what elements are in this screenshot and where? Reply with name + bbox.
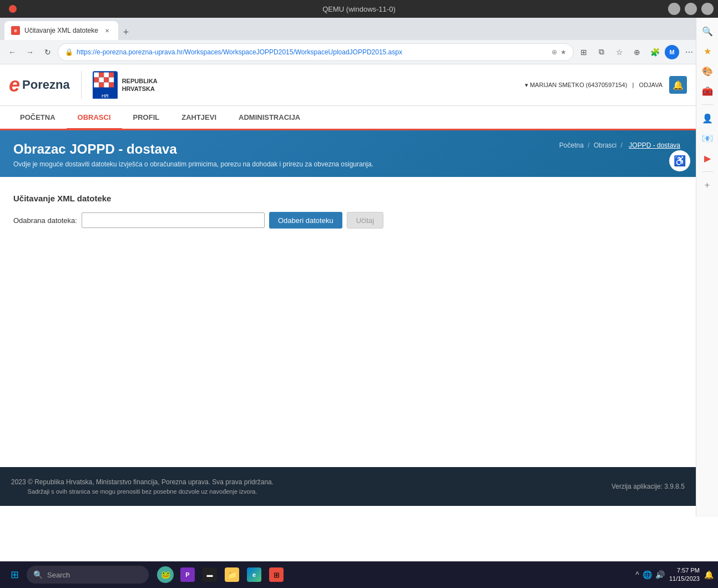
outlook-sidebar-icon[interactable]: 📧: [699, 129, 716, 147]
add-sidebar-icon[interactable]: +: [699, 176, 716, 194]
reader-icon[interactable]: ⊞: [576, 44, 591, 60]
taskbar-app-folder[interactable]: 📁: [222, 565, 242, 585]
taskbar-app-edge[interactable]: e: [244, 565, 264, 585]
new-tab-button[interactable]: +: [118, 24, 134, 40]
start-button[interactable]: ⊞: [4, 565, 24, 585]
system-tray: ^ 🌐 🔊: [635, 570, 665, 579]
accessibility-button[interactable]: ♿: [669, 150, 690, 171]
logo-letter-e: e: [9, 73, 20, 97]
republic-text: REPUBLIKA HRVATSKA: [122, 77, 158, 93]
taskbar-apps: 🐸 P ▬ 📁 e ⊞: [155, 565, 286, 585]
nav-zahtjevi[interactable]: ZAHTJEVI: [170, 107, 227, 130]
os-window: QEMU (windows-11-0) e Učitavanje XML dat…: [0, 0, 718, 588]
search-icon[interactable]: 🔍: [699, 22, 716, 40]
svg-rect-5: [94, 78, 99, 83]
edge-app-icon: e: [247, 567, 261, 582]
page-banner: Obrazac JOPPD - dostava Ovdje je moguće …: [0, 130, 696, 177]
nav-pocetna[interactable]: POČETNA: [9, 107, 67, 130]
tray-sound-icon[interactable]: 🔊: [655, 570, 665, 579]
page-footer: 2023 © Republika Hrvatska, Ministarstvo …: [0, 467, 696, 506]
extensions-icon[interactable]: 🧩: [647, 44, 663, 60]
taskbar-app-tiles[interactable]: ⊞: [266, 565, 286, 585]
tray-chevron-icon[interactable]: ^: [635, 570, 639, 579]
refresh-button[interactable]: ↻: [40, 44, 55, 60]
collections-sidebar-icon[interactable]: 🎨: [699, 62, 716, 80]
user-name: ▾ MARIJAN SMETKO (64370597154): [525, 82, 628, 88]
browser-nav: ← → ↻ 🔒 https://e-porezna.porezna-uprava…: [0, 40, 718, 64]
more-menu-button[interactable]: ⋯: [681, 44, 697, 60]
upload-button: Učitaj: [347, 212, 384, 229]
svg-rect-8: [109, 78, 114, 83]
svg-rect-4: [109, 73, 114, 78]
frog-icon: 🐸: [157, 566, 174, 583]
nav-icons: ⊞ ⧉ ☆ ⊕ 🧩 M ⋯ E: [576, 44, 714, 60]
footer-inner: 2023 © Republika Hrvatska, Ministarstvo …: [11, 478, 685, 495]
system-clock[interactable]: 7:57 PM 11/15/2023: [669, 566, 700, 584]
breadcrumb-sep1: /: [588, 141, 589, 149]
footer-text: 2023 © Republika Hrvatska, Ministarstvo …: [11, 478, 274, 495]
tab-close-button[interactable]: ✕: [103, 26, 112, 35]
notification-tray-icon[interactable]: 🔔: [704, 570, 714, 579]
collections-nav-icon[interactable]: ⊕: [629, 44, 645, 60]
taskbar-app-frog[interactable]: 🐸: [155, 565, 175, 585]
dark-app-icon: ▬: [203, 567, 217, 582]
taskbar-search[interactable]: 🔍 Search: [27, 566, 149, 584]
nav-profil[interactable]: PROFIL: [122, 107, 171, 130]
browser: e Učitavanje XML datoteke ✕ + ← → ↻ 🔒 ht…: [0, 18, 718, 561]
nav-obrasci[interactable]: OBRASCI: [67, 107, 122, 130]
maximize-button[interactable]: [685, 3, 697, 15]
taskbar-app-dark[interactable]: ▬: [200, 565, 220, 585]
breadcrumb-current: JOPPD - dostava: [629, 141, 680, 149]
address-bar[interactable]: 🔒 https://e-porezna.porezna-uprava.hr/Wo…: [58, 43, 574, 61]
close-button[interactable]: [701, 3, 714, 15]
taskbar: ⊞ 🔍 Search 🐸 P ▬ 📁 e ⊞: [0, 561, 718, 588]
tray-network-icon[interactable]: 🌐: [643, 570, 652, 579]
svg-rect-11: [104, 83, 109, 88]
tab-bar: e Učitavanje XML datoteke ✕ +: [0, 18, 718, 40]
svg-text:HR: HR: [102, 93, 109, 99]
svg-rect-2: [99, 73, 104, 78]
purple-app-icon: P: [180, 567, 195, 582]
breadcrumb-home[interactable]: Početna: [559, 141, 584, 149]
svg-rect-3: [104, 73, 109, 78]
tools-sidebar-icon[interactable]: 🧰: [699, 82, 716, 100]
croatia-coat-svg: HR: [93, 71, 118, 99]
content-spacer: [0, 245, 696, 467]
taskbar-search-text: Search: [47, 571, 70, 579]
notification-bell[interactable]: 🔔: [669, 76, 687, 94]
taskbar-app-purple[interactable]: P: [178, 565, 198, 585]
site-logo: e Porezna: [9, 73, 70, 97]
os-close-dot[interactable]: [9, 5, 17, 13]
logo-porezna: Porezna: [22, 78, 70, 92]
folder-icon: 📁: [225, 567, 239, 582]
favorites-sidebar-icon[interactable]: ★: [699, 42, 716, 60]
select-file-button[interactable]: Odaberi datoteku: [269, 212, 342, 229]
back-button[interactable]: ←: [4, 44, 20, 60]
nav-administracija[interactable]: ADMINISTRACIJA: [227, 107, 311, 130]
odjava-button[interactable]: ODJAVA: [639, 82, 663, 88]
title-bar-controls: [668, 3, 714, 15]
page-subtitle: Ovdje je moguće dostaviti datoteku izvje…: [13, 160, 682, 168]
play-sidebar-icon[interactable]: ▶: [699, 149, 716, 167]
svg-rect-12: [109, 83, 114, 88]
taskbar-right: ^ 🌐 🔊 7:57 PM 11/15/2023 🔔: [635, 566, 714, 584]
main-nav: POČETNA OBRASCI PROFIL ZAHTJEVI ADMINIST…: [0, 106, 696, 130]
tab-favicon: e: [11, 26, 20, 35]
form-section-title: Učitavanje XML datoteke: [13, 194, 682, 203]
right-sidebar: 🔍 ★ 🎨 🧰 👤 📧 ▶ +: [696, 18, 718, 517]
footer-line1: 2023 © Republika Hrvatska, Ministarstvo …: [11, 478, 274, 486]
split-icon[interactable]: ⧉: [594, 44, 609, 60]
favorites-nav-icon[interactable]: ☆: [611, 44, 627, 60]
address-text: https://e-porezna.porezna-uprava.hr/Work…: [77, 48, 548, 56]
breadcrumb-obrasci[interactable]: Obrasci: [594, 141, 616, 149]
header-right: ▾ MARIJAN SMETKO (64370597154) | ODJAVA …: [525, 76, 687, 94]
person-sidebar-icon[interactable]: 👤: [699, 109, 716, 127]
title-bar: QEMU (windows-11-0): [0, 0, 718, 18]
taskbar-search-icon: 🔍: [33, 570, 43, 579]
minimize-button[interactable]: [668, 3, 680, 15]
profile-avatar[interactable]: M: [665, 45, 679, 59]
svg-rect-7: [104, 78, 109, 83]
browser-tab[interactable]: e Učitavanje XML datoteke ✕: [4, 21, 118, 40]
file-input[interactable]: [82, 212, 265, 228]
forward-button[interactable]: →: [22, 44, 38, 60]
